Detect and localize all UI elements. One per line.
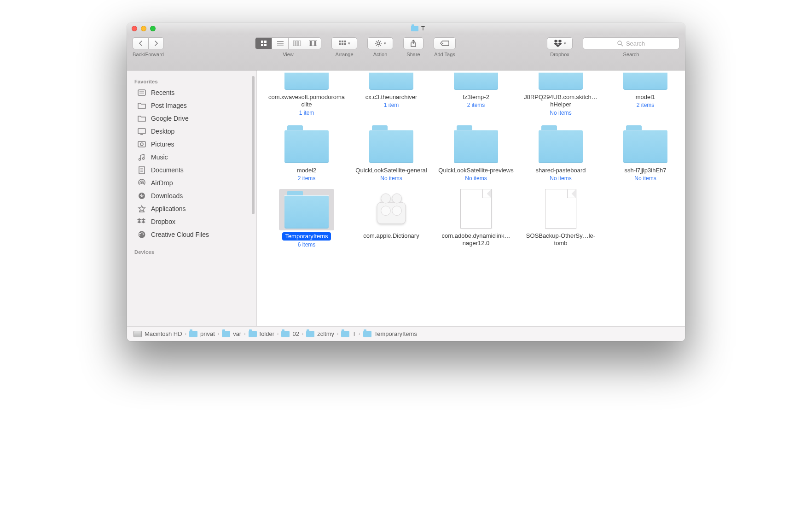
file-item-name: com.apple.Dictionary [363,232,419,240]
action-label: Action [373,52,388,57]
file-item[interactable]: com.adobe.dynamiclink…nager12.0 [435,187,516,250]
path-segment[interactable]: zcltmy [306,330,334,337]
folder-icon [448,72,504,92]
window-title-text: T [421,25,425,32]
view-gallery-button[interactable] [305,37,321,49]
file-item[interactable]: cx.c3.theunarchiver1 item [351,70,432,118]
dropbox-button[interactable]: ▾ [547,37,573,49]
file-item-name: QuickLookSatellite-previews [438,167,513,174]
sidebar-item-applications[interactable]: Applications [127,202,256,215]
share-label: Share [406,52,420,57]
sidebar-item-creative-cloud-files[interactable]: Creative Cloud Files [127,228,256,241]
sidebar-item-label: Downloads [151,192,183,200]
svg-rect-4 [277,41,284,42]
window-title: T [156,25,680,32]
file-item[interactable]: QuickLookSatellite-previewsNo items [435,122,516,183]
path-segment[interactable]: 02 [281,330,299,337]
sidebar-item-google-drive[interactable]: Google Drive [127,112,256,125]
path-segment[interactable]: folder [249,330,275,337]
zoom-button[interactable] [150,26,156,31]
icon-grid: com.xwavesoft.pomodoromaclite1 itemcx.c3… [266,70,676,250]
sidebar-item-downloads[interactable]: Downloads [127,189,256,202]
path-segment[interactable]: privat [189,330,215,337]
path-segment[interactable]: TemporaryItems [363,330,417,337]
devices-heading: Devices [127,246,256,257]
file-item[interactable]: model12 items [605,70,685,118]
sidebar-item-post-images[interactable]: Post Images [127,99,256,112]
file-item[interactable]: com.xwavesoft.pomodoromaclite1 item [266,70,347,118]
chevron-right-icon: › [337,331,338,336]
arrange-group: ▾ Arrange [331,37,357,57]
search-icon [617,41,623,47]
file-icon [448,189,504,230]
file-item[interactable]: TemporaryItems6 items [266,187,347,250]
folder-icon [279,123,334,165]
action-button[interactable]: ▾ [367,37,393,49]
file-item-name: ssh-l7jjlp3ihEh7 [624,167,666,174]
file-item[interactable]: SOSBackup-OtherSy…le-tomb [520,187,601,250]
forward-button[interactable] [148,37,164,49]
back-button[interactable] [133,37,148,49]
file-icon [533,189,588,230]
share-button[interactable] [403,37,423,49]
svg-rect-15 [344,41,346,42]
file-item[interactable]: model22 items [266,122,347,183]
sidebar-item-music[interactable]: Music [127,151,256,164]
file-item-name: com.adobe.dynamiclink…nager12.0 [437,232,515,247]
search-group: Search Search [583,37,679,57]
svg-line-26 [376,45,377,46]
path-segment-label: var [233,330,241,337]
file-item-name: shared-pasteboard [535,167,586,174]
folder-icon [279,189,334,230]
search-input[interactable]: Search [583,37,679,49]
folder-icon [137,114,146,123]
add-tags-button[interactable] [434,37,456,49]
chevron-left-icon [139,41,143,46]
folder-icon [533,123,588,165]
file-item[interactable]: J8RPQ294UB.com.skitch…hHelperNo items [520,70,601,118]
sidebar-item-airdrop[interactable]: AirDrop [127,176,256,189]
content-area[interactable]: com.xwavesoft.pomodoromaclite1 itemcx.c3… [257,70,685,326]
sidebar-item-documents[interactable]: Documents [127,164,256,176]
path-segment[interactable]: T [341,330,356,337]
minimize-button[interactable] [141,26,146,31]
svg-rect-5 [277,43,284,44]
folder-icon [364,123,419,165]
dropbox-icon [554,40,562,47]
file-item-name: model2 [297,167,317,174]
sidebar-item-pictures[interactable]: Pictures [127,138,256,151]
file-item[interactable]: shared-pasteboardNo items [520,122,601,183]
sidebar-item-label: Pictures [151,141,174,148]
sidebar-item-desktop[interactable]: Desktop [127,125,256,138]
close-button[interactable] [132,26,137,31]
file-item[interactable]: fz3temp-22 items [435,70,516,118]
chevron-right-icon: › [359,331,360,336]
view-label: View [283,52,294,57]
folder-icon [364,72,419,92]
file-item[interactable]: QuickLookSatellite-generalNo items [351,122,432,183]
applications-icon [137,205,146,213]
file-item[interactable]: ssh-l7jjlp3ihEh7No items [605,122,685,183]
path-segment[interactable]: Macintosh HD [133,330,182,337]
view-column-button[interactable] [288,37,305,49]
sidebar-item-dropbox[interactable]: Dropbox [127,215,256,228]
path-segment-label: Macintosh HD [145,330,182,337]
folder-icon [306,331,314,337]
view-list-button[interactable] [272,37,288,49]
gallery-view-icon [309,41,317,46]
search-label: Search [623,52,639,57]
path-segment-label: privat [200,330,215,337]
file-item-name: com.xwavesoft.pomodoromaclite [267,94,346,109]
view-icon-button[interactable] [255,37,272,49]
sidebar-item-recents[interactable]: Recents [127,86,256,99]
arrange-button[interactable]: ▾ [331,37,357,49]
path-segment[interactable]: var [222,330,241,337]
file-item[interactable]: com.apple.Dictionary [351,187,432,250]
arrange-icon [339,41,346,46]
svg-line-24 [376,41,377,41]
file-item-meta: 2 items [467,102,485,108]
sidebar-item-label: Music [151,153,168,161]
svg-rect-13 [339,41,341,42]
file-item-meta: No items [465,175,487,182]
folder-icon [341,331,349,337]
